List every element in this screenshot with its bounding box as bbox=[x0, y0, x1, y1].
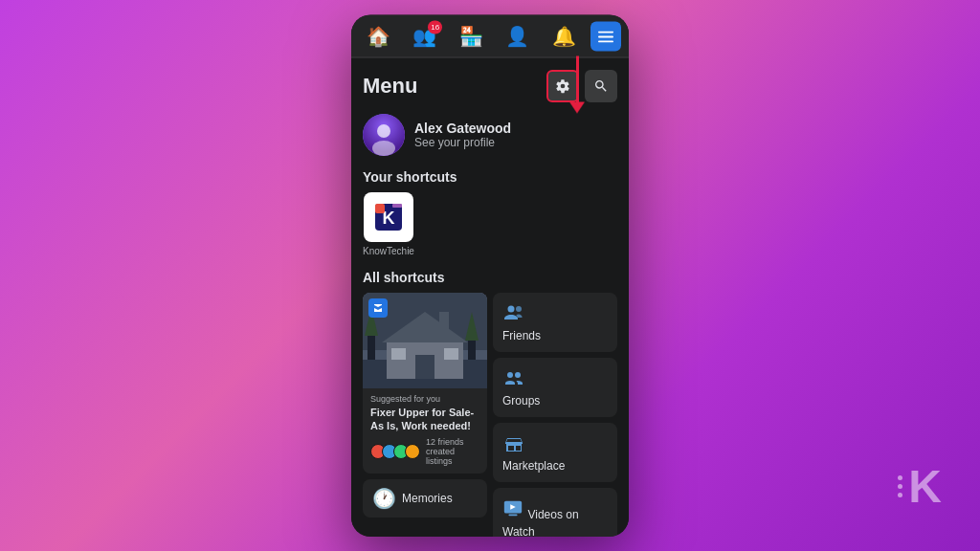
friends-icon bbox=[502, 302, 525, 325]
your-shortcuts-title: Your shortcuts bbox=[363, 169, 617, 185]
memories-label: Memories bbox=[402, 491, 453, 504]
bg-watermark: K bbox=[898, 460, 942, 513]
top-nav-bar: 🏠 👥 16 🏪 👤 🔔 bbox=[351, 15, 629, 58]
all-shortcuts-title: All shortcuts bbox=[363, 270, 617, 285]
marketplace-icon bbox=[502, 432, 525, 455]
bell-nav-icon[interactable]: 🔔 bbox=[545, 21, 584, 52]
menu-title: Menu bbox=[363, 74, 417, 99]
svg-rect-9 bbox=[375, 204, 385, 213]
friend-avatar-4 bbox=[405, 443, 420, 458]
listing-title: Fixer Upper for Sale- As Is, Work needed… bbox=[370, 406, 479, 433]
menu-content: Menu bbox=[351, 58, 629, 537]
phone-frame: 🏠 👥 16 🏪 👤 🔔 bbox=[351, 15, 629, 537]
red-arrow-indicator bbox=[569, 56, 585, 114]
friends-label: Friends bbox=[502, 329, 608, 342]
listing-image bbox=[363, 293, 487, 388]
bg-logo-dots bbox=[898, 475, 902, 497]
svg-rect-0 bbox=[598, 31, 613, 33]
friends-nav-icon[interactable]: 👥 16 bbox=[405, 21, 444, 52]
svg-rect-2 bbox=[598, 40, 613, 42]
search-button[interactable] bbox=[585, 70, 617, 102]
profile-row[interactable]: Alex Gatewood See your profile bbox=[363, 114, 617, 156]
groups-label: Groups bbox=[502, 394, 608, 408]
friends-count-text: 12 friends created listings bbox=[426, 436, 479, 465]
videos-icon bbox=[502, 497, 523, 518]
svg-point-25 bbox=[516, 306, 522, 312]
svg-point-26 bbox=[507, 372, 513, 378]
svg-point-27 bbox=[515, 372, 521, 378]
avatar bbox=[363, 114, 405, 156]
svg-point-24 bbox=[508, 305, 515, 312]
groups-icon bbox=[502, 367, 525, 390]
shortcuts-row: K KnowTechie bbox=[363, 192, 617, 256]
store-overlay-icon bbox=[368, 298, 388, 318]
listing-card-body: Suggested for you Fixer Upper for Sale- … bbox=[363, 388, 487, 474]
svg-rect-22 bbox=[444, 348, 458, 360]
memories-button[interactable]: 🕐 Memories bbox=[363, 478, 487, 517]
bg-logo-dot-3 bbox=[898, 493, 902, 497]
profile-nav-icon[interactable]: 👤 bbox=[498, 21, 537, 52]
all-shortcuts-grid: Suggested for you Fixer Upper for Sale- … bbox=[363, 293, 617, 537]
suggested-label: Suggested for you bbox=[370, 394, 479, 404]
groups-button[interactable]: Groups bbox=[493, 358, 617, 417]
home-nav-icon[interactable]: 🏠 bbox=[359, 21, 398, 52]
arrow-head bbox=[569, 102, 585, 114]
videos-on-watch-button[interactable]: Videos on Watch 9+ new videos bbox=[493, 488, 617, 537]
svg-rect-20 bbox=[415, 355, 434, 379]
profile-name: Alex Gatewood bbox=[414, 121, 617, 136]
marketplace-label: Marketplace bbox=[502, 459, 608, 473]
bg-logo-dot-2 bbox=[898, 484, 902, 489]
knowtechie-thumb: K bbox=[364, 192, 413, 242]
svg-rect-23 bbox=[439, 312, 449, 329]
marketplace-button[interactable]: Marketplace bbox=[493, 423, 617, 482]
svg-rect-30 bbox=[508, 514, 517, 516]
memories-icon: 🕐 bbox=[372, 486, 396, 509]
arrow-shaft bbox=[576, 56, 579, 102]
friends-row: 12 friends created listings bbox=[370, 436, 479, 465]
friends-badge: 16 bbox=[428, 21, 442, 34]
marketplace-listing-card[interactable]: Suggested for you Fixer Upper for Sale- … bbox=[363, 293, 487, 474]
shortcut-knowtechie[interactable]: K KnowTechie bbox=[363, 192, 414, 256]
friends-button[interactable]: Friends bbox=[493, 293, 617, 352]
profile-info: Alex Gatewood See your profile bbox=[414, 121, 617, 149]
svg-point-4 bbox=[377, 124, 390, 138]
knowtechie-label: KnowTechie bbox=[363, 246, 414, 256]
friends-avatars bbox=[370, 443, 416, 458]
bg-logo-dot-1 bbox=[898, 475, 902, 480]
svg-rect-10 bbox=[392, 204, 402, 208]
svg-rect-21 bbox=[391, 348, 406, 360]
svg-point-5 bbox=[372, 141, 395, 156]
menu-nav-icon[interactable] bbox=[590, 21, 621, 51]
profile-sub: See your profile bbox=[414, 136, 617, 149]
svg-rect-1 bbox=[598, 35, 613, 37]
bg-logo-letter: K bbox=[908, 460, 942, 513]
store-nav-icon[interactable]: 🏪 bbox=[452, 21, 491, 52]
